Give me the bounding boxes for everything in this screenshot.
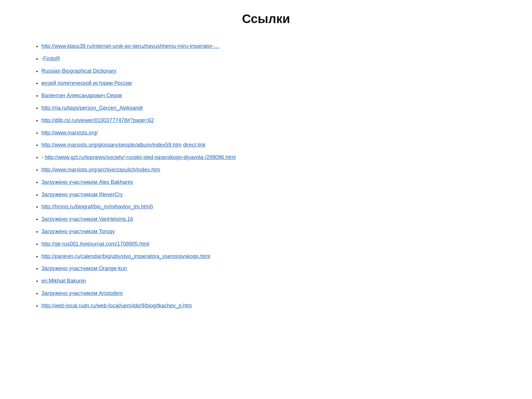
list-item: http://ge-rus001.livejournal.com/1708905… <box>41 239 508 250</box>
link-15[interactable]: Загружено участником VanHelsing.16 <box>41 216 133 222</box>
page-title: Ссылки <box>24 12 508 26</box>
list-item: Загружено участником Orange-kun <box>41 263 508 274</box>
link-7[interactable]: http://dlib.rsl.ru/viewer/01003777478#?p… <box>41 117 154 123</box>
link-21[interactable]: Загружено участником Aristodem <box>41 290 123 296</box>
link-4[interactable]: музей политической истории России <box>41 80 132 86</box>
link-9[interactable]: http://www.marxists.org/glossary/people/… <box>41 142 181 148</box>
list-item: музей политической истории России <box>41 78 508 89</box>
list-item: http://www.marxists.org/ <box>41 127 508 139</box>
link-5[interactable]: Валентин Александрович Серов <box>41 93 122 98</box>
link-10-prefix: - <box>41 154 45 160</box>
link-1[interactable]: http://www.klass39.ru/internet-urok-po-o… <box>41 43 219 49</box>
list-item: http://panevin.ru/calendar/big/ubiystvo_… <box>41 251 508 262</box>
list-item: Загружено участником INeverCry <box>41 189 508 200</box>
list-item: http://www.marxists.org/archive/zasulich… <box>41 164 508 176</box>
link-12[interactable]: Загружено участником Alex Bakharev <box>41 179 133 185</box>
list-item: http://web-local.rudn.ru/web-local/uem/i… <box>41 300 508 312</box>
list-item: Валентин Александрович Серов <box>41 90 508 101</box>
links-list: http://www.klass39.ru/internet-urok-po-o… <box>24 41 508 312</box>
link-20[interactable]: en:Mikhail Bakunin <box>41 278 86 284</box>
link-18[interactable]: http://panevin.ru/calendar/big/ubiystvo_… <box>41 253 210 259</box>
list-item: Загружено участником Alex Bakharev <box>41 177 508 188</box>
link-10[interactable]: http://www.gzt.ru/topnews/society/-russk… <box>45 154 236 160</box>
list-item: Загружено участником VanHelsing.16 <box>41 214 508 225</box>
list-item: http://www.klass39.ru/internet-urok-po-o… <box>41 41 508 52</box>
list-item: http://dlib.rsl.ru/viewer/01003777478#?p… <box>41 115 508 126</box>
link-11[interactable]: http://www.marxists.org/archive/zasulich… <box>41 167 160 173</box>
list-item: -FinitoR <box>41 53 508 64</box>
link-14-suffix: ) <box>151 204 153 210</box>
link-3[interactable]: Russian Biographical Dictionary <box>41 68 116 74</box>
list-item: Russian Biographical Dictionary <box>41 66 508 77</box>
link-13[interactable]: Загружено участником INeverCry <box>41 192 123 197</box>
list-item: en:Mikhail Bakunin <box>41 275 508 287</box>
link-14[interactable]: http://hrono.ru/biograf/bio_m/mihaylov_t… <box>41 204 151 210</box>
list-item: Загружено участником Aristodem <box>41 288 508 299</box>
link-6[interactable]: http://ria.ru/tags/person_Gercen_Aleksan… <box>41 105 143 111</box>
link-8[interactable]: http://www.marxists.org/ <box>41 130 98 136</box>
link-19[interactable]: Загружено участником Orange-kun <box>41 265 127 271</box>
link-2[interactable]: FinitoR <box>43 56 60 61</box>
list-item: http://ria.ru/tags/person_Gercen_Aleksan… <box>41 103 508 114</box>
list-item: http://hrono.ru/biograf/bio_m/mihaylov_t… <box>41 201 508 213</box>
link-22[interactable]: http://web-local.rudn.ru/web-local/uem/i… <box>41 303 192 309</box>
link-9-extra[interactable]: direct link <box>183 142 205 148</box>
link-17[interactable]: http://ge-rus001.livejournal.com/1708905… <box>41 241 149 247</box>
list-item: Загружено участником Torogy <box>41 226 508 237</box>
link-16[interactable]: Загружено участником Torogy <box>41 228 115 234</box>
list-item: - http://www.gzt.ru/topnews/society/-rus… <box>41 152 508 163</box>
list-item: http://www.marxists.org/glossary/people/… <box>41 140 508 151</box>
